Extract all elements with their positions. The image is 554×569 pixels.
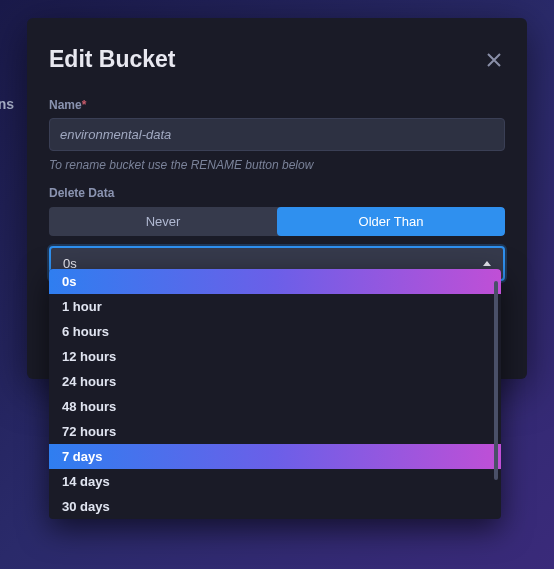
dropdown-item-0s[interactable]: 0s — [49, 269, 501, 294]
dropdown-list: 0s 1 hour 6 hours 12 hours 24 hours 48 h… — [49, 269, 501, 519]
caret-up-icon — [483, 261, 491, 266]
dropdown-item-12-hours[interactable]: 12 hours — [49, 344, 501, 369]
delete-data-label: Delete Data — [49, 186, 505, 200]
name-input[interactable] — [49, 118, 505, 151]
scrollbar-thumb[interactable] — [494, 281, 498, 480]
close-button[interactable] — [483, 49, 505, 71]
name-label: Name* — [49, 98, 86, 112]
dropdown-item-7-days[interactable]: 7 days — [49, 444, 501, 469]
close-icon — [486, 52, 502, 68]
dropdown-item-6-hours[interactable]: 6 hours — [49, 319, 501, 344]
name-help-text: To rename bucket use the RENAME button b… — [49, 158, 505, 172]
retention-segment: Never Older Than — [49, 207, 505, 236]
name-field-group: Name* To rename bucket use the RENAME bu… — [49, 95, 505, 172]
required-marker: * — [82, 98, 87, 112]
name-label-text: Name — [49, 98, 82, 112]
dropdown-item-14-days[interactable]: 14 days — [49, 469, 501, 494]
dropdown-item-72-hours[interactable]: 72 hours — [49, 419, 501, 444]
retention-dropdown: 0s 1 hour 6 hours 12 hours 24 hours 48 h… — [49, 269, 501, 519]
dropdown-item-30-days[interactable]: 30 days — [49, 494, 501, 519]
segment-never[interactable]: Never — [49, 207, 277, 236]
background-text: ens — [0, 96, 14, 112]
modal-title: Edit Bucket — [49, 46, 176, 73]
dropdown-scrollbar[interactable] — [494, 281, 498, 507]
dropdown-item-48-hours[interactable]: 48 hours — [49, 394, 501, 419]
dropdown-item-1-hour[interactable]: 1 hour — [49, 294, 501, 319]
modal-header: Edit Bucket — [49, 46, 505, 73]
dropdown-item-24-hours[interactable]: 24 hours — [49, 369, 501, 394]
segment-older-than[interactable]: Older Than — [277, 207, 505, 236]
